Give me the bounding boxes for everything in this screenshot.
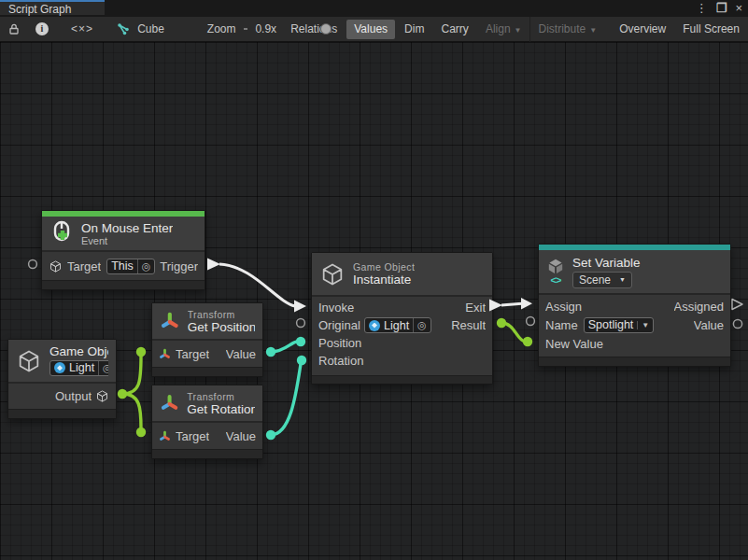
node-get-rotation[interactable]: Transform Get Rotation Target Value [151, 385, 263, 459]
port-instantiate-original[interactable] [297, 319, 305, 328]
lock-icon [7, 22, 21, 35]
lock-button[interactable] [0, 17, 28, 42]
node-footer [152, 367, 262, 376]
original-object-value: Light [384, 319, 409, 332]
invoke-port-label: Invoke [318, 301, 367, 315]
info-icon: i [35, 22, 49, 35]
values-toggle[interactable]: Values [346, 20, 395, 39]
wire-exit-to-assign[interactable] [501, 303, 523, 305]
assign-port-label: Assign [545, 300, 586, 314]
port-get-position-target[interactable] [136, 347, 146, 357]
light-object-field[interactable]: Light ◎ [49, 360, 108, 376]
wire-get-rotation-value-to-rotation[interactable] [271, 364, 301, 435]
port-get-position-value[interactable] [266, 347, 275, 357]
fullscreen-label: Full Screen [683, 22, 740, 35]
zoom-slider-handle[interactable] [320, 23, 332, 35]
port-get-rotation-target[interactable] [136, 427, 146, 437]
node-footer [539, 357, 730, 366]
zoom-slider[interactable] [244, 23, 248, 35]
port-set-variable-new-value[interactable] [523, 337, 532, 346]
original-object-field[interactable]: Light ◎ [364, 317, 431, 333]
target-port-label: Target [176, 347, 209, 361]
node-title: Instantiate [353, 273, 415, 287]
overview-label: Overview [619, 22, 666, 35]
node-footer [152, 449, 262, 458]
chevron-down-icon: ▼ [619, 276, 626, 283]
relations-toggle[interactable]: Relations [283, 20, 345, 39]
node-title: Game Object [49, 344, 108, 358]
wire-output-to-get-rotation-target[interactable] [122, 394, 141, 428]
assigned-port-label: Assigned [674, 300, 724, 314]
port-get-rotation-value[interactable] [266, 430, 275, 440]
wire-result-to-new-value[interactable] [501, 323, 525, 342]
node-on-mouse-enter[interactable]: On Mouse Enter Event Target This ◎ Trigg… [41, 210, 205, 290]
wire-output-to-get-position-target[interactable] [122, 356, 141, 394]
output-port-label: Output [55, 389, 92, 403]
object-picker-icon[interactable]: ◎ [137, 259, 151, 273]
wire-get-position-value-to-position[interactable] [271, 342, 297, 352]
target-object-field[interactable]: This ◎ [106, 259, 155, 274]
value-port-label: Value [226, 429, 256, 443]
close-icon[interactable]: × [735, 2, 742, 15]
value-port-label: Value [226, 347, 256, 361]
object-picker-icon[interactable]: ◎ [413, 318, 427, 332]
info-button[interactable]: i [28, 17, 56, 42]
value-port-label: Value [694, 318, 724, 332]
node-set-variable[interactable]: <> Set Variable Scene ▼ Assign Assigned [538, 244, 731, 367]
carry-toggle[interactable]: Carry [433, 20, 475, 39]
rotation-port-label: Rotation [318, 354, 365, 368]
graph-canvas[interactable]: On Mouse Enter Event Target This ◎ Trigg… [0, 42, 748, 560]
node-get-position[interactable]: Transform Get Position Target Value [151, 302, 263, 377]
distribute-dropdown[interactable]: Distribute▼ [531, 20, 605, 39]
code-view-button[interactable]: <×> [56, 17, 108, 42]
port-instantiate-position[interactable] [296, 337, 305, 346]
port-instantiate-rotation[interactable] [297, 356, 306, 365]
variable-name-dropdown[interactable]: Spotlight ▼ [584, 317, 655, 333]
original-port-label: Original [318, 318, 364, 332]
game-object-icon [16, 347, 42, 375]
wire-arrowhead [521, 298, 532, 310]
align-dropdown[interactable]: Align▼ [478, 20, 529, 39]
dim-toggle[interactable]: Dim [397, 20, 431, 39]
port-on-mouse-enter-target[interactable] [29, 260, 37, 269]
code-icon: <×> [71, 22, 93, 35]
graph-toolbar: i <×> Cube Zoom 0.9x Relations Values Di… [0, 17, 748, 42]
chevron-down-icon: ▼ [515, 26, 522, 35]
tab-label: Script Graph [8, 3, 71, 16]
zoom-label: Zoom [207, 22, 236, 35]
node-title: Set Variable [572, 256, 641, 270]
transform-icon [160, 392, 179, 414]
node-footer [8, 409, 116, 418]
transform-icon [159, 430, 171, 442]
variables-icon: <> [551, 275, 561, 285]
variable-scope-dropdown[interactable]: Scene ▼ [572, 272, 632, 288]
node-instantiate[interactable]: Game Object Instantiate Invoke Exit Orig… [311, 252, 493, 385]
object-picker-icon[interactable]: ◎ [98, 361, 108, 375]
overview-button[interactable]: Overview [612, 20, 673, 39]
node-category: Transform [187, 391, 255, 402]
port-game-object-output[interactable] [118, 389, 127, 399]
port-instantiate-result[interactable] [497, 318, 506, 328]
wire-arrowhead [294, 301, 306, 313]
port-set-variable-value-out[interactable] [733, 319, 741, 328]
trigger-port-label: Trigger [160, 259, 198, 273]
unity-object-icon [369, 320, 380, 331]
port-assigned-out[interactable] [732, 300, 742, 310]
graph-breadcrumb[interactable]: Cube [110, 17, 172, 42]
carry-label: Carry [441, 22, 468, 35]
node-category: Transform [188, 309, 255, 320]
wire-trigger-to-invoke[interactable] [219, 264, 295, 306]
kebab-menu-icon[interactable]: ⋮ [696, 2, 708, 15]
fullscreen-button[interactable]: Full Screen [675, 20, 747, 39]
port-trigger-out[interactable] [207, 259, 220, 271]
port-set-variable-name[interactable] [527, 317, 535, 326]
game-object-icon [95, 389, 109, 403]
result-port-label: Result [451, 318, 486, 332]
node-game-object-literal[interactable]: Game Object Light ◎ Output [7, 339, 117, 419]
maximize-icon[interactable]: ❐ [716, 2, 727, 15]
node-footer [312, 375, 492, 384]
chevron-down-icon[interactable]: ▼ [637, 321, 649, 329]
tab-script-graph[interactable]: Script Graph [0, 0, 105, 15]
distribute-label: Distribute [539, 22, 586, 35]
unity-logo-icon [546, 259, 565, 275]
